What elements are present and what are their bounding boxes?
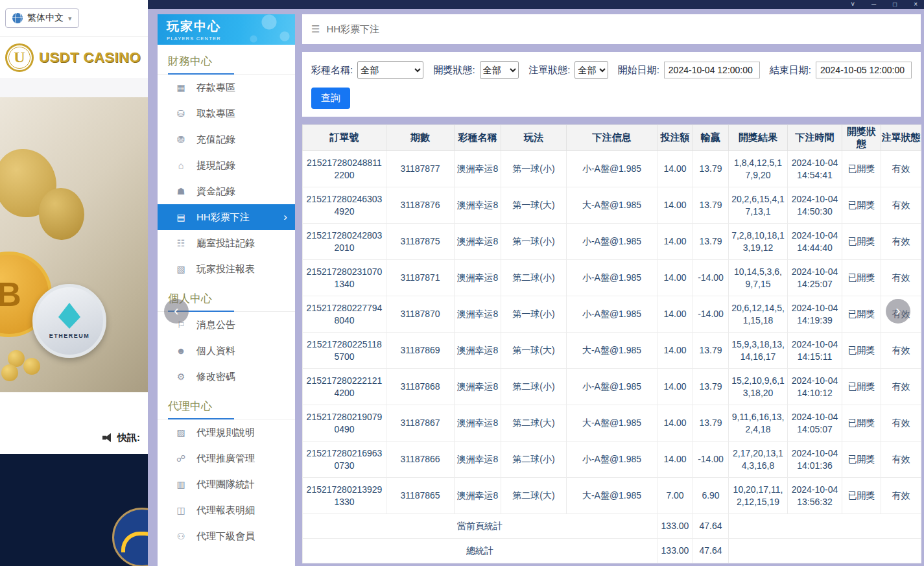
carousel-next-button[interactable]: › [886,299,910,324]
summary-win: 47.64 [693,539,729,563]
cell-win-loss: 13.79 [693,405,729,442]
sidebar-item-lottery-bet[interactable]: ▤HH彩票下注› [158,204,295,230]
list-icon: ▤ [175,212,187,222]
withdraw-icon: ⛁ [175,108,187,119]
ethereum-label: ETHEREUM [49,333,90,339]
ethereum-diamond-icon [58,303,80,329]
sidebar-item-agent-report-details[interactable]: ◫代理報表明細 [158,497,295,523]
cell-bet-status: 有效 [881,405,921,442]
sidebar-item-agent-promotion[interactable]: ☍代理推廣管理 [158,445,295,471]
table-row: 215217280213929133031187865澳洲幸运8第二球(大)大-… [303,478,921,514]
cell-bet-amount: 14.00 [657,187,693,224]
cell-period: 31187867 [386,405,455,442]
maximize-icon[interactable]: □ [893,1,897,8]
cell-play-type: 第一球(小) [501,151,567,187]
sidebar-item-player-bet-report[interactable]: ▧玩家投注報表 [158,256,295,282]
table-row: 215217280216963073031187866澳洲幸运8第二球(小)小-… [303,442,921,478]
sidebar-item-label: 代理下級會員 [196,530,255,543]
carousel-prev-button[interactable]: ‹ [164,299,189,324]
minimize-icon[interactable]: ─ [871,1,876,8]
table-row: 215217280242803201031187875澳洲幸运8第一球(小)小-… [303,224,921,260]
share-icon: ☍ [175,453,187,464]
summary-label: 總統計 [303,539,657,563]
news-label: 快訊: [117,432,140,444]
cell-bet-status: 有效 [881,260,921,296]
window-titlebar: ˅─□× [148,0,924,9]
cell-order-number: 2152172802310701340 [303,260,386,296]
cell-lottery-name: 澳洲幸运8 [455,369,501,405]
sidebar-item-label: 提現記錄 [196,159,235,172]
draw-status-select[interactable]: 全部 [480,61,519,79]
column-header: 投注額 [657,125,693,151]
end-date-input[interactable] [816,62,912,78]
column-header: 下注信息 [567,125,657,151]
sidebar-item-agent-members[interactable]: ⚇代理下級會員 [158,523,295,549]
cell-draw-status: 已開獎 [842,224,881,260]
hero-banner-image: B ETHEREUM [0,97,148,392]
cell-bet-amount: 14.00 [657,369,693,405]
sidebar-item-agent-team-stats[interactable]: ▥代理團隊統計 [158,471,295,497]
sidebar-item-withdraw[interactable]: ⛁取款專區 [158,100,295,126]
bet-status-select[interactable]: 全部 [575,61,608,79]
menu-icon[interactable]: ☰ [311,23,320,35]
sidebar: 玩家中心 PLAYERS CENTER 財務中心▦存款專區⛁取款專區⛃充值記錄⌂… [158,14,295,566]
column-header: 玩法 [501,125,567,151]
cell-period: 31187877 [386,151,455,187]
summary-empty [729,539,921,563]
cell-draw-result: 10,14,5,3,6,9,7,15 [729,260,788,296]
news-ticker: 快訊: [0,421,148,454]
sidebar-item-room-bet-records[interactable]: ☷廳室投註記錄 [158,230,295,256]
cell-bet-amount: 14.00 [657,405,693,442]
cell-draw-status: 已開獎 [842,187,881,224]
close-icon[interactable]: × [914,1,918,8]
window-controls: ˅─□× [851,1,918,8]
filter-label-lottery-name: 彩種名稱: [311,64,353,77]
sidebar-item-withdrawal-records[interactable]: ⌂提現記錄 [158,152,295,178]
page-title: HH彩票下注 [326,23,379,36]
sidebar-item-label: 代理規則說明 [196,427,255,439]
sidebar-item-label: 代理報表明細 [196,504,255,517]
cell-bet-info: 大-A盤@1.985 [567,405,657,442]
sidebar-item-label: 代理團隊統計 [196,478,255,491]
cell-draw-result: 2,17,20,13,14,3,16,8 [729,442,788,478]
cell-period: 31187871 [386,260,455,296]
cell-lottery-name: 澳洲幸运8 [455,224,501,260]
cell-bet-amount: 14.00 [657,224,693,260]
cell-play-type: 第一球(小) [501,224,567,260]
chevron-right-icon: › [895,303,900,320]
start-date-input[interactable] [664,62,760,78]
withdrawal-record-icon: ⌂ [175,160,187,171]
column-header: 開獎狀態 [842,125,881,151]
language-selector[interactable]: 繁体中文 ▾ [5,8,79,28]
chevron-down-icon[interactable]: ˅ [851,1,855,8]
sidebar-item-deposit[interactable]: ▦存款專區 [158,75,295,100]
table-row: 215217280222121420031187868澳洲幸运8第二球(小)小-… [303,369,921,405]
sidebar-item-label: 充值記錄 [196,134,235,146]
sidebar-item-fund-records[interactable]: ☗資金記錄 [158,178,295,204]
sidebar-item-recharge-records[interactable]: ⛃充值記錄 [158,126,295,152]
table-row: 215217280248811220031187877澳洲幸运8第一球(小)小-… [303,151,921,187]
report-icon: ▧ [175,264,187,274]
btc-symbol: B [0,275,21,314]
column-header: 期數 [386,125,455,151]
query-button[interactable]: 查詢 [311,88,350,109]
cell-order-number: 2152172802488112200 [303,151,386,187]
sidebar-item-profile[interactable]: ☻個人資料 [158,338,295,364]
cell-bet-time: 2024-10-04 14:25:07 [788,260,842,296]
cell-draw-status: 已開獎 [842,369,881,405]
logo-initial: U [14,49,25,66]
cell-draw-result: 20,6,12,14,5,1,15,18 [729,296,788,333]
site-logo[interactable]: U USDT CASINO [0,37,148,78]
cell-order-number: 2152172802190790490 [303,405,386,442]
sidebar-item-change-password[interactable]: ⚙修改密碼 [158,364,295,390]
sidebar-item-agent-rules[interactable]: ▨代理規則說明 [158,419,295,445]
gear-icon: ⚙ [175,371,187,382]
grid-icon: ☷ [175,238,187,248]
sidebar-header: 玩家中心 PLAYERS CENTER [158,14,295,45]
cell-draw-result: 9,11,6,16,13,2,4,18 [729,405,788,442]
cell-draw-status: 已開獎 [842,442,881,478]
lottery-name-select[interactable]: 全部 [357,61,423,79]
cell-bet-time: 2024-10-04 14:10:12 [788,369,842,405]
filter-label-end-date: 結束日期: [770,64,811,77]
chevron-left-icon: ‹ [174,303,178,320]
